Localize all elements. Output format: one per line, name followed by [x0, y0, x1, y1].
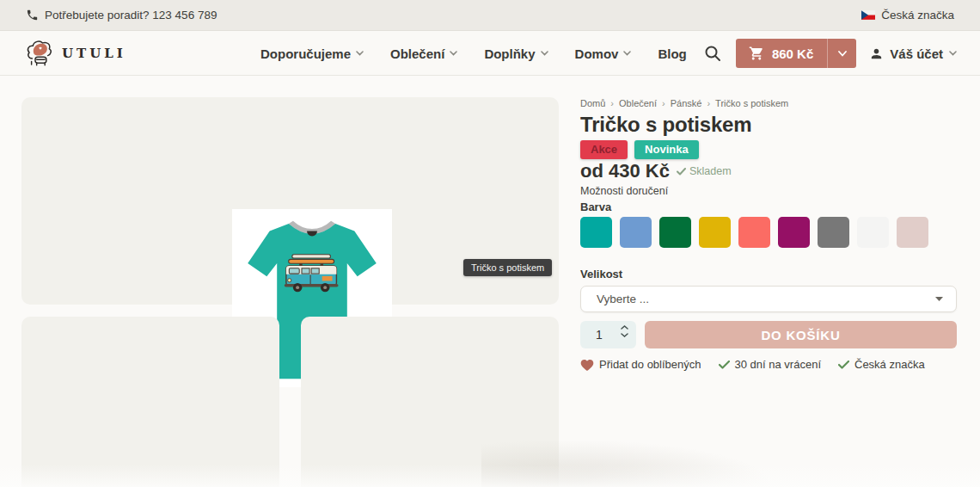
chevron-down-icon — [541, 51, 548, 56]
nav-item-doplnky[interactable]: Doplňky — [484, 46, 548, 61]
page-title: Tričko s potiskem — [580, 113, 751, 137]
color-swatch-green[interactable] — [659, 217, 691, 248]
thumbnail-card-blue — [301, 317, 559, 487]
check-icon — [838, 361, 849, 369]
color-swatch-gray[interactable] — [818, 217, 849, 248]
nav-item-obleceni[interactable]: Oblečení — [390, 46, 457, 61]
product-details: Domů › Oblečení › Pánské › Tričko s poti… — [580, 0, 957, 487]
color-swatch-blue[interactable] — [620, 217, 652, 248]
size-select[interactable]: Vyberte ... — [580, 286, 957, 312]
breadcrumb-obleceni[interactable]: Oblečení — [619, 98, 657, 108]
feature-row: Přidat do oblíbených 30 dní na vrácení Č… — [580, 358, 925, 371]
badge-akce: Akce — [580, 140, 628, 159]
logo[interactable]: UTULI — [24, 37, 126, 70]
heart-icon — [580, 359, 594, 371]
stepper-up-icon[interactable] — [621, 325, 628, 330]
thumbnail-card-coral — [21, 317, 279, 487]
add-to-favorites-button[interactable]: Přidat do oblíbených — [580, 358, 701, 371]
color-swatches — [580, 217, 928, 248]
feature-czech-brand: Česká značka — [838, 358, 925, 371]
chevron-down-icon — [450, 51, 457, 56]
color-swatch-pink[interactable] — [897, 217, 928, 248]
color-swatch-teal[interactable] — [580, 217, 612, 248]
breadcrumb-home[interactable]: Domů — [580, 98, 605, 108]
badge-novinka: Novinka — [634, 140, 699, 159]
quantity-value: 1 — [580, 321, 618, 348]
color-swatch-white[interactable] — [857, 217, 889, 248]
size-select-value: Vyberte ... — [597, 293, 649, 305]
nav-item-doporucujeme[interactable]: Doporučujeme — [260, 46, 364, 61]
quantity-stepper[interactable]: 1 — [580, 321, 636, 348]
stock-status: Skladem — [689, 165, 732, 177]
color-label: Barva — [580, 200, 611, 213]
phone-icon — [26, 9, 39, 22]
logo-text: UTULI — [62, 46, 126, 61]
breadcrumb: Domů › Oblečení › Pánské › Tričko s poti… — [580, 98, 788, 108]
color-swatch-coral[interactable] — [738, 217, 770, 248]
feature-returns: 30 dní na vrácení — [719, 358, 821, 371]
breadcrumb-current: Tričko s potiskem — [715, 98, 788, 108]
check-icon — [677, 168, 686, 176]
stepper-down-icon[interactable] — [621, 333, 628, 337]
armchair-logo-icon — [24, 37, 57, 70]
size-label: Velikost — [580, 268, 622, 280]
color-swatch-yellow[interactable] — [699, 217, 731, 248]
chevron-down-icon — [935, 297, 943, 301]
breadcrumb-panske[interactable]: Pánské — [671, 98, 702, 108]
add-to-cart-button[interactable]: DO KOŠÍKU — [645, 321, 957, 348]
badge-row: Akce Novinka — [580, 140, 699, 159]
delivery-options-link[interactable]: Možnosti doručení — [580, 185, 668, 197]
color-swatch-magenta[interactable] — [778, 217, 810, 248]
phone-help-text: Potřebujete poradit? 123 456 789 — [45, 9, 217, 22]
check-icon — [719, 361, 730, 369]
image-tooltip: Tričko s potiskem — [463, 259, 552, 276]
product-price: od 430 Kč — [580, 160, 670, 182]
chevron-down-icon — [356, 51, 364, 56]
